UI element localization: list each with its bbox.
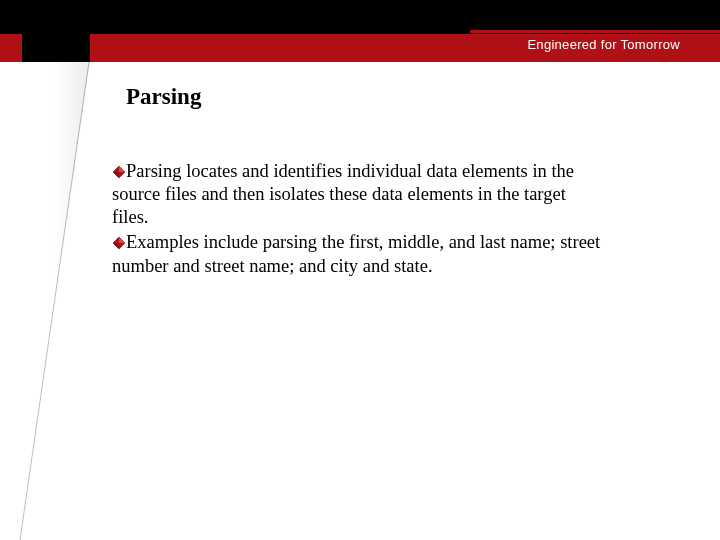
slide-body: Parsing locates and identifies individua… xyxy=(112,160,602,280)
slide: Engineered for Tomorrow Parsing Parsing … xyxy=(0,0,720,540)
diamond-bullet-icon xyxy=(112,233,126,247)
left-white-wedge xyxy=(0,62,90,540)
header-black-bar xyxy=(0,0,720,34)
bullet-text: Parsing locates and identifies individua… xyxy=(112,161,574,227)
bullet-item: Examples include parsing the first, midd… xyxy=(112,231,602,277)
diamond-bullet-icon xyxy=(112,162,126,176)
bullet-text: Examples include parsing the first, midd… xyxy=(112,232,600,275)
slide-title: Parsing xyxy=(126,84,201,110)
header-tagline: Engineered for Tomorrow xyxy=(527,37,680,52)
header-red-accent-line xyxy=(470,30,720,33)
bullet-item: Parsing locates and identifies individua… xyxy=(112,160,602,229)
